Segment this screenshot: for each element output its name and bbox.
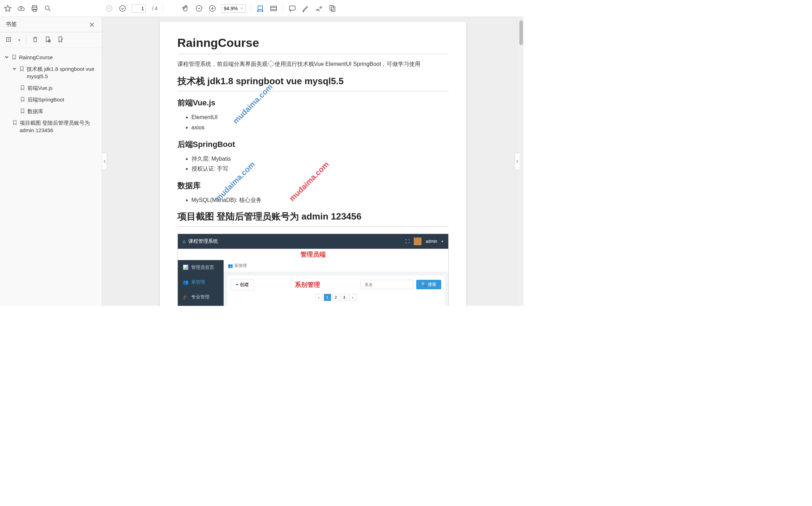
page-input[interactable] [132,4,146,13]
tree-node-vue[interactable]: 前端Vue.js [18,82,99,94]
page-down-icon[interactable] [118,4,127,13]
doc-h1: RainngCourse [177,36,449,54]
bookmark-ribbon-icon[interactable] [57,36,64,44]
svg-rect-9 [271,6,277,11]
delete-bookmark-icon[interactable] [32,36,39,44]
svg-rect-10 [289,6,295,10]
embedded-app-screenshot: ⌂课程管理系统 ⛶ admin▾ 管理员端 📊管理员首页 👥系管理 🎓专业管理 … [177,234,449,306]
sidebar: 书签 ▾ RainngCourse 技术栈 jdk1.8 springboot … [0,17,102,306]
tree-node-tech[interactable]: 技术栈 jdk1.8 springboot vue mysql5.5 [11,63,99,82]
pagination: ‹ 1 2 3 › [231,294,441,301]
diamond-icon [268,60,275,67]
list-item: ElementUI [192,112,449,123]
svg-rect-8 [258,6,263,9]
fullscreen-icon: ⛶ [405,239,410,244]
list-item: 授权认证: 手写 [192,164,449,174]
cloud-upload-icon[interactable] [17,4,25,13]
page-up-icon[interactable] [105,4,113,13]
search-icon[interactable] [44,4,52,13]
list-item: axios [192,123,449,133]
close-sidebar-icon[interactable] [88,20,96,29]
doc-h3-spring: 后端SpringBoot [177,139,449,150]
highlight-icon[interactable] [301,4,310,13]
sidebar-title: 书签 [6,21,17,28]
side-item-major: 🎓专业管理 [178,290,224,304]
doc-desc: 课程管理系统，前后端分离界面美观使用流行技术栈Vue ElementUI Spr… [177,61,449,68]
doc-h2-tech: 技术栈 jdk1.8 springboot vue mysql5.5 [177,75,449,91]
list-item: MySQL(MariaDB): 核心业务 [192,195,449,205]
toolbar: / 4 94.9% [0,0,524,17]
collapse-sidebar-handle[interactable] [102,153,107,170]
fit-width-icon[interactable] [256,4,264,13]
reflow-icon[interactable] [269,4,278,13]
vertical-scrollbar[interactable] [519,17,524,306]
annotation-category: 系别管理 [295,280,320,289]
side-item-class: 👥班级管理 [178,304,224,306]
hand-tool-icon[interactable] [181,4,190,13]
svg-point-3 [45,6,49,10]
home-icon: ⌂ [183,239,186,244]
page-total: / 4 [152,6,158,11]
more-tools-icon[interactable] [328,4,337,13]
tree-node-springboot[interactable]: 后端SpringBoot [18,94,99,105]
data-table: 系Id系名专业数教师数操作 1计算机系44 编辑 删除 [231,303,441,306]
doc-h3-db: 数据库 [177,180,449,191]
sign-icon[interactable] [315,4,323,13]
svg-rect-13 [7,37,11,42]
pdf-page: RainngCourse 课程管理系统，前后端分离界面美观使用流行技术栈Vue … [160,22,466,306]
scrollbar-thumb[interactable] [519,20,523,45]
select-tool-icon[interactable] [168,4,176,13]
create-button: + 创建 [231,279,254,290]
svg-point-5 [120,5,126,11]
document-area[interactable]: RainngCourse 课程管理系统，前后端分离界面美观使用流行技术栈Vue … [102,17,524,306]
list-item: 持久层: Mybatis [192,154,449,164]
outline-options-icon[interactable] [6,36,13,44]
zoom-select[interactable]: 94.9% [221,4,246,13]
svg-rect-2 [33,9,36,11]
side-item-dept: 👥系管理 [178,275,224,290]
search-input [361,280,413,289]
star-icon[interactable] [4,4,12,13]
add-bookmark-icon[interactable] [44,36,51,44]
tree-root[interactable]: RainngCourse [3,51,99,63]
breadcrumb: 👥 系管理 [224,260,448,272]
tree-node-db[interactable]: 数据库 [18,105,99,117]
avatar [414,237,421,245]
tree-node-screenshot[interactable]: 项目截图 登陆后管理员账号为 admin 123456 [11,117,99,136]
doc-h3-vue: 前端Vue.js [177,98,449,108]
comment-icon[interactable] [288,4,296,13]
side-item-home: 📊管理员首页 [178,260,224,275]
svg-point-4 [106,5,112,11]
expand-right-handle[interactable] [514,153,519,170]
zoom-in-icon[interactable] [208,4,217,13]
search-button: 🔍 搜索 [416,280,441,289]
print-icon[interactable] [30,4,39,13]
annotation-admin: 管理员端 [178,249,448,260]
zoom-out-icon[interactable] [195,4,203,13]
doc-h2-screenshot: 项目截图 登陆后管理员账号为 admin 123456 [177,210,449,227]
bookmark-tree: RainngCourse 技术栈 jdk1.8 springboot vue m… [0,48,102,140]
